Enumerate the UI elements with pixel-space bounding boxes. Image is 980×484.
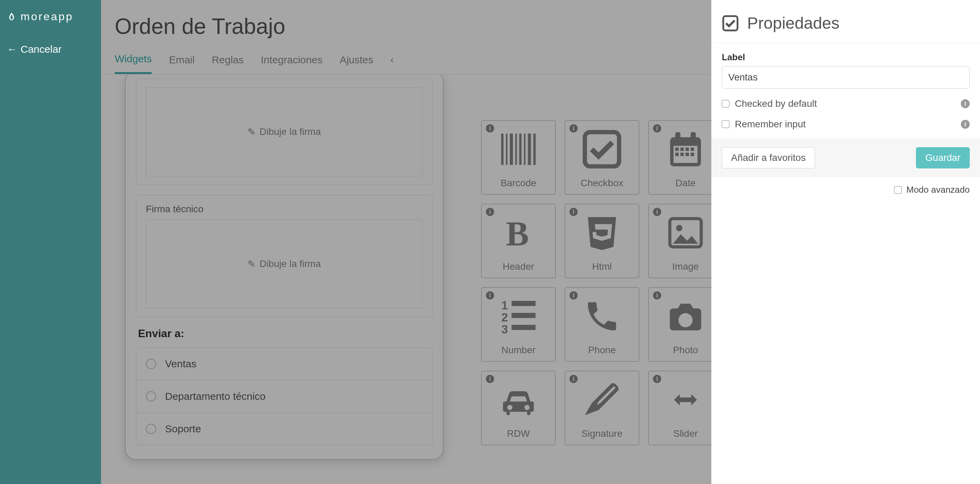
info-icon[interactable]: i (570, 291, 578, 300)
svg-rect-31 (512, 301, 536, 306)
signature-area-1[interactable]: ✎ Dibuje la firma (146, 87, 423, 176)
widget-label: Checkbox (581, 178, 624, 189)
brand-text: moreapp (21, 10, 73, 23)
label-field-label: Label (722, 52, 970, 63)
svg-rect-15 (686, 148, 689, 151)
slider-icon (662, 371, 710, 428)
svg-rect-13 (675, 148, 679, 151)
panel-actions: Añadir a favoritos Guardar (711, 139, 980, 177)
svg-rect-20 (690, 153, 694, 156)
leaf-icon (7, 12, 16, 22)
properties-panel: Propiedades Label Checked by default i R… (711, 0, 980, 484)
edit-icon: ✎ (248, 259, 255, 270)
info-icon[interactable]: i (653, 208, 661, 216)
form-preview-pane: ✎ Dibuje la firma Firma técnico ✎ Dibuje… (101, 75, 468, 484)
widget-label: Photo (673, 345, 698, 355)
tab-email[interactable]: Email (169, 54, 194, 73)
photo-icon (663, 288, 708, 345)
svg-rect-11 (675, 132, 680, 141)
checkbox-icon (581, 121, 622, 178)
label-input[interactable] (722, 66, 970, 89)
remember-checkbox[interactable] (722, 121, 729, 128)
info-icon[interactable]: i (486, 208, 494, 216)
info-icon[interactable]: i (653, 375, 661, 383)
phone-icon (583, 288, 621, 345)
date-icon (665, 121, 706, 178)
info-icon[interactable]: i (570, 208, 578, 216)
svg-rect-3 (515, 133, 517, 165)
svg-text:B: B (506, 214, 529, 253)
svg-rect-6 (528, 133, 531, 165)
widget-html[interactable]: iHtml (565, 204, 639, 278)
info-icon[interactable]: i (653, 291, 661, 300)
signature-area-2[interactable]: ✎ Dibuje la firma (146, 219, 423, 308)
advanced-row: Modo avanzado (711, 177, 980, 203)
widget-label: Slider (673, 428, 698, 439)
send-to-heading: Enviar a: (138, 327, 430, 340)
checked-default-row: Checked by default i (722, 98, 970, 109)
barcode-icon (496, 121, 541, 178)
help-icon[interactable]: i (961, 99, 970, 108)
svg-rect-0 (501, 133, 504, 165)
svg-rect-14 (680, 148, 684, 151)
html-icon (583, 204, 621, 261)
tab-widgets[interactable]: Widgets (115, 53, 152, 74)
panel-body: Label Checked by default i Remember inpu… (711, 43, 980, 139)
tab-ajustes[interactable]: Ajustes (340, 54, 373, 73)
signature-card-2: Firma técnico ✎ Dibuje la firma (136, 195, 433, 317)
tab-reglas[interactable]: Reglas (212, 54, 243, 73)
svg-rect-17 (675, 153, 679, 156)
add-favorites-button[interactable]: Añadir a favoritos (722, 147, 815, 168)
sidebar: moreapp ← Cancelar (0, 0, 101, 484)
checked-default-label: Checked by default (735, 98, 817, 109)
radio-label: Soporte (165, 423, 201, 435)
image-icon (663, 204, 708, 261)
rdw-icon (495, 371, 542, 428)
info-icon[interactable]: i (570, 124, 578, 132)
radio-label: Ventas (165, 358, 197, 370)
svg-rect-16 (690, 148, 694, 151)
phone-frame: ✎ Dibuje la firma Firma técnico ✎ Dibuje… (125, 75, 444, 460)
help-icon[interactable]: i (961, 120, 970, 129)
info-icon[interactable]: i (486, 291, 494, 300)
info-icon[interactable]: i (486, 375, 494, 383)
radio-icon (146, 424, 156, 434)
checked-default-checkbox[interactable] (722, 100, 729, 108)
edit-icon: ✎ (248, 126, 255, 138)
tab-integraciones[interactable]: Integraciones (261, 54, 323, 73)
info-icon[interactable]: i (570, 375, 578, 383)
cancel-label: Cancelar (21, 43, 62, 55)
radio-ventas[interactable]: Ventas (136, 348, 433, 380)
signature-placeholder-1: Dibuje la firma (259, 126, 321, 137)
save-button[interactable]: Guardar (916, 147, 970, 168)
tab-collapse-icon[interactable]: ‹ (390, 54, 393, 73)
widget-checkbox[interactable]: iCheckbox (565, 120, 639, 195)
widget-barcode[interactable]: iBarcode (481, 120, 556, 195)
cancel-link[interactable]: ← Cancelar (0, 33, 101, 62)
widget-number[interactable]: i123Number (481, 287, 556, 362)
radio-departamento[interactable]: Departamento técnico (136, 380, 433, 413)
widget-label: Html (592, 261, 612, 272)
radio-label: Departamento técnico (165, 390, 266, 402)
widget-header[interactable]: iBHeader (481, 204, 556, 278)
widget-phone[interactable]: iPhone (565, 287, 639, 362)
widget-label: Number (501, 345, 536, 355)
svg-rect-4 (519, 133, 522, 165)
widget-label: Phone (588, 345, 616, 355)
svg-rect-19 (686, 153, 689, 156)
radio-soporte[interactable]: Soporte (136, 413, 433, 445)
signature-label-2: Firma técnico (146, 204, 423, 214)
widget-label: Date (675, 178, 695, 189)
info-icon[interactable]: i (653, 124, 661, 132)
arrow-left-icon: ← (7, 43, 17, 55)
info-icon[interactable]: i (486, 124, 494, 132)
advanced-mode-checkbox[interactable] (894, 186, 902, 194)
svg-text:1: 1 (501, 298, 508, 312)
header-icon: B (500, 204, 537, 261)
svg-rect-18 (680, 153, 684, 156)
widget-signature[interactable]: iSignature (565, 371, 639, 445)
remember-row: Remember input i (722, 119, 970, 130)
widget-rdw[interactable]: iRDW (481, 371, 556, 445)
widget-label: Image (672, 261, 699, 272)
panel-title: Propiedades (747, 14, 840, 33)
